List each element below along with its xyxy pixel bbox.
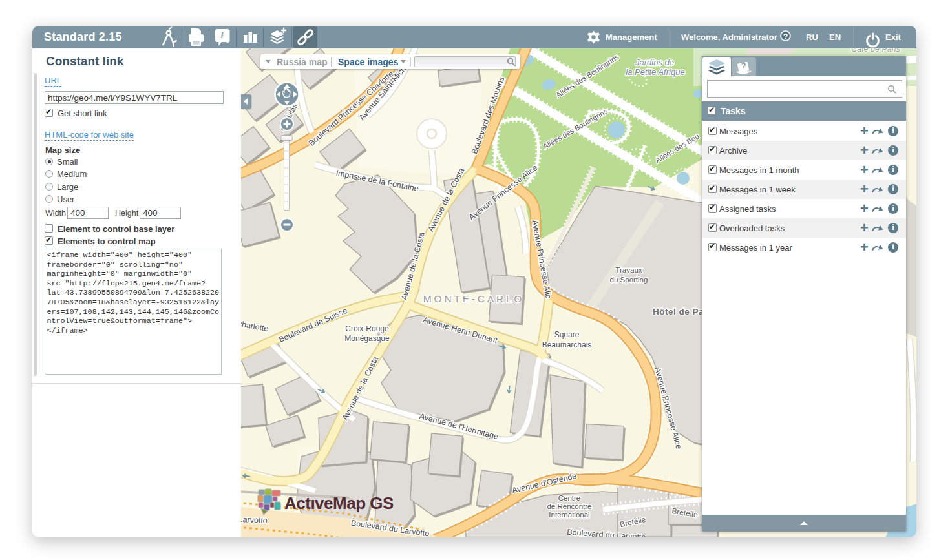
- svg-text:la Petite Afrique: la Petite Afrique: [626, 67, 684, 77]
- svg-text:i: i: [221, 30, 224, 40]
- svg-text:Monégasque: Monégasque: [344, 334, 390, 343]
- svg-text:International: International: [549, 511, 589, 519]
- svg-text:Beaumarchais: Beaumarchais: [542, 340, 592, 349]
- svg-text:Centre: Centre: [558, 494, 581, 502]
- svg-text:Square: Square: [554, 330, 580, 339]
- svg-text:du Sporting: du Sporting: [610, 276, 648, 284]
- svg-text:MONTE-CARLO: MONTE-CARLO: [423, 293, 524, 304]
- svg-text:Croix-Rouge: Croix-Rouge: [345, 324, 389, 333]
- svg-text:de Rencontre: de Rencontre: [547, 503, 591, 510]
- svg-text:Travaux: Travaux: [615, 266, 642, 274]
- svg-text:Hôtel de Pa: Hôtel de Pa: [653, 307, 704, 316]
- svg-text:Jardins de: Jardins de: [635, 57, 674, 67]
- svg-text:?: ?: [741, 61, 746, 70]
